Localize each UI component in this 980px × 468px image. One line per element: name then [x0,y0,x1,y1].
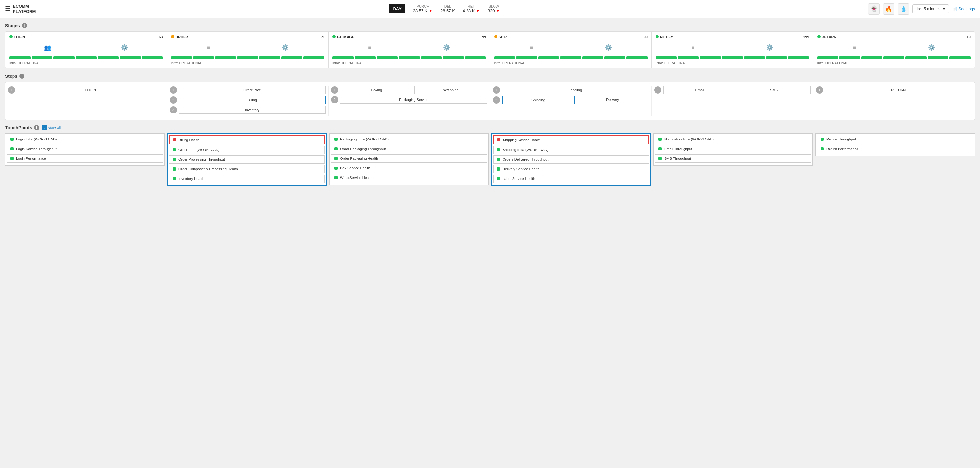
tp-container-login: Login Infra (WORKLOAD) Login Service Thr… [5,133,165,165]
stage-login[interactable]: LOGIN 63 👥 ⚙️ Infra: OPERATIONAL [5,32,167,68]
tp-container-package: Packaging Infra (WORKLOAD) Order Packagi… [329,133,489,185]
tp-card-order-processing-throughput[interactable]: Order Processing Throughput [169,155,325,163]
notify-stage-count: 199 [803,35,809,39]
see-logs-link[interactable]: 📄 See Logs [952,7,975,11]
step-num-ship-2: 2 [493,97,500,103]
step-box-inventory[interactable]: Inventory [179,106,326,114]
stage-order[interactable]: ORDER 99 ≡ ⚙️ Infra: OPERATIONAL [167,32,329,68]
drop-icon-btn[interactable]: 💧 [898,3,909,15]
step-box-shipping[interactable]: Shipping [502,96,575,104]
time-range-select[interactable]: last 5 minutes ▾ [913,5,949,14]
login-infra-label: Infra: OPERATIONAL [10,61,163,65]
tp-card-order-infra[interactable]: Order Infra (WORKLOAD) [169,146,325,154]
tp-card-label-service-health[interactable]: Label Service Health [493,175,649,183]
tp-card-order-composer-health[interactable]: Order Composer & Processing Health [169,165,325,173]
step-num-package-2: 2 [331,96,338,103]
stage-ship[interactable]: SHIP 99 ≡ ⚙️ Infra: OPERATIONAL [490,32,652,68]
tp-card-login-performance[interactable]: Login Performance [7,154,163,163]
step-box-boxing[interactable]: Boxing [340,86,413,94]
stage-return[interactable]: RETURN 19 ≡ ⚙️ Infra: OPERATIONAL [813,32,975,68]
step-box-order-proc[interactable]: Order Proc [179,86,326,94]
tp-label-order-composer-health: Order Composer & Processing Health [178,167,238,171]
tp-card-login-infra[interactable]: Login Infra (WORKLOAD) [7,135,163,143]
step-box-email[interactable]: Email [663,86,736,94]
stage-notify[interactable]: NOTIFY 199 ≡ ⚙️ Infra: OPERATIONAL [652,32,813,68]
view-all-checkbox[interactable]: ✓ [43,125,47,130]
touchpoints-info-icon[interactable]: i [34,125,39,130]
hamburger-icon[interactable]: ☰ [5,5,10,13]
tp-card-delivery-service-health[interactable]: Delivery Service Health [493,165,649,173]
more-options-icon[interactable]: ⋮ [509,5,515,13]
step-box-login[interactable]: LOGIN [17,86,164,94]
fire-icon-btn[interactable]: 🔥 [883,3,894,15]
day-badge[interactable]: DAY [389,5,405,13]
tp-card-return-throughput[interactable]: Return Throughput [817,135,973,143]
step-group-order-3: 3 Inventory [170,106,326,114]
step-group-package-1: 1 Boxing Wrapping [331,86,487,94]
ret-trend-icon: ▼ [476,8,480,13]
time-range-label: last 5 minutes [917,7,940,11]
tp-card-email-throughput[interactable]: Email Throughput [655,144,811,153]
stat-slow-value: 320 ▼ [488,8,500,13]
login-stage-count: 63 [159,35,163,39]
steps-title-text: Steps [5,74,18,79]
step-box-delivery[interactable]: Delivery [576,96,649,104]
stage-package[interactable]: PACKAGE 99 ≡ ⚙️ Infra: OPERATIONAL [329,32,490,68]
settings-icon3: ⚙️ [443,44,450,51]
tp-card-order-packaging-health[interactable]: Order Packaging Health [331,154,487,163]
step-box-wrapping[interactable]: Wrapping [414,86,487,94]
touchpoints-title-text: TouchPoints [5,125,32,130]
stat-ret-label: RET [468,5,475,8]
stages-info-icon[interactable]: i [22,23,27,28]
tp-dot-order-packaging-throughput [334,147,337,151]
stat-purch-label: PURCH [417,5,429,8]
tp-card-shipping-service-health[interactable]: Shipping Service Health [493,135,649,144]
step-col-login: 1 LOGIN [5,86,167,116]
tp-label-inventory-health: Inventory Health [178,177,204,181]
step-box-billing[interactable]: Billing [179,96,326,104]
step-col-package: 1 Boxing Wrapping 2 Packaging Service [329,86,490,116]
step-group-ship-1: 1 Labeling [493,86,649,94]
step-box-sms[interactable]: SMS [738,86,811,94]
tp-card-orders-delivered-throughput[interactable]: Orders Delivered Throughput [493,155,649,163]
tp-dot-packaging-infra [334,138,337,141]
tp-dot-orders-delivered-throughput [497,158,500,161]
settings-icon6: ⚙️ [928,44,935,51]
steps-info-icon[interactable]: i [19,74,24,79]
stat-del-label: DEL [444,5,451,8]
step-box-return[interactable]: RETURN [825,86,972,94]
tp-label-sms-throughput: SMS Throughput [664,157,691,160]
package-stage-count: 99 [482,35,486,39]
tp-dot-shipping-infra [497,148,500,151]
tp-container-notify: Notification Infra (WORKLOAD) Email Thro… [653,133,813,165]
settings-icon2: ⚙️ [282,44,289,51]
tp-dot-shipping-service-health [497,138,500,141]
order-infra-label: Infra: OPERATIONAL [171,61,325,65]
see-logs-label: See Logs [958,7,975,11]
logo: ☰ ECOMM PLATFORM [5,4,36,14]
step-group-order-2: 2 Billing [170,96,326,104]
view-all-toggle[interactable]: ✓ view all [43,125,61,130]
tp-dot-billing-health [173,138,176,141]
tp-card-packaging-infra[interactable]: Packaging Infra (WORKLOAD) [331,135,487,143]
package-progress [332,56,486,59]
tp-card-login-throughput[interactable]: Login Service Throughput [7,144,163,153]
steps-row: 1 LOGIN 1 Order Proc 2 Billing [5,82,975,120]
step-col-ship: 1 Labeling 2 Shipping Delivery [490,86,652,116]
step-box-packaging-service[interactable]: Packaging Service [340,96,487,103]
tp-card-billing-health[interactable]: Billing Health [169,135,325,144]
tp-dot-login-infra [10,138,13,141]
stages-section-title: Stages i [5,23,975,28]
tp-card-wrap-service-health[interactable]: Wrap Service Health [331,174,487,182]
tp-dot-delivery-service-health [497,167,500,171]
stat-purch: PURCH 28.57 K ▼ [413,5,433,13]
tp-card-order-packaging-throughput[interactable]: Order Packaging Throughput [331,144,487,153]
tp-card-inventory-health[interactable]: Inventory Health [169,175,325,183]
tp-card-notification-infra[interactable]: Notification Infra (WORKLOAD) [655,135,811,143]
tp-card-return-performance[interactable]: Return Performance [817,144,973,153]
ghost-icon-btn[interactable]: 👻 [868,3,880,15]
step-box-labeling[interactable]: Labeling [502,86,649,94]
tp-card-sms-throughput[interactable]: SMS Throughput [655,154,811,163]
tp-card-box-service-health[interactable]: Box Service Health [331,164,487,172]
tp-card-shipping-infra[interactable]: Shipping Infra (WORKLOAD) [493,146,649,154]
